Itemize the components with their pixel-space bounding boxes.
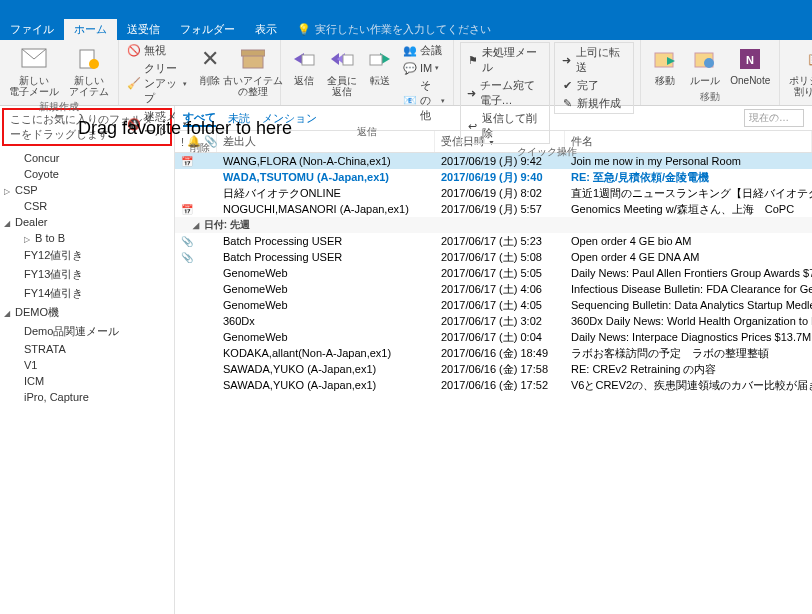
folder-item[interactable]: FY12値引き xyxy=(0,246,174,265)
meeting-button[interactable]: 👥会議 xyxy=(401,42,447,59)
new-item-button[interactable]: 新しい アイテム xyxy=(66,42,112,99)
message-row[interactable]: 📅NOGUCHI,MASANORI (A-Japan,ex1)2017/06/1… xyxy=(175,201,812,217)
folder-item[interactable]: Demo品関連メール xyxy=(0,322,174,341)
folder-item[interactable]: ◢ Dealer xyxy=(0,214,174,230)
new-item-icon xyxy=(74,44,104,74)
expand-icon[interactable]: ◢ xyxy=(4,219,12,228)
quick-step-3[interactable]: ↩返信して削除 xyxy=(464,110,546,142)
ignore-button[interactable]: 🚫無視 xyxy=(125,42,189,59)
folder-item[interactable]: V1 xyxy=(0,357,174,373)
folder-tree: ConcurCoyote▷ CSPCSR◢ Dealer▷ B to BFY12… xyxy=(0,148,174,407)
message-row[interactable]: KODAKA,allant(Non-A-Japan,ex1)2017/06/16… xyxy=(175,345,812,361)
quick-step-1[interactable]: ⚑未処理メール xyxy=(464,44,546,76)
tell-me[interactable]: 💡 実行したい作業を入力してください xyxy=(287,19,501,40)
message-row[interactable]: GenomeWeb2017/06/17 (土) 4:06Infectious D… xyxy=(175,281,812,297)
from-cell: GenomeWeb xyxy=(217,331,435,343)
message-row[interactable]: 📎Batch Processing USER2017/06/17 (土) 5:0… xyxy=(175,249,812,265)
folder-item[interactable]: Coyote xyxy=(0,166,174,182)
reply-label: 返信 xyxy=(294,75,314,86)
reply-delete-icon: ↩ xyxy=(466,119,479,133)
folder-item[interactable]: ◢ DEMO機 xyxy=(0,303,174,322)
folder-item[interactable]: STRATA xyxy=(0,341,174,357)
subject-cell: Daily News: Paul Allen Frontiers Group A… xyxy=(565,267,812,279)
qs4-label: 上司に転送 xyxy=(576,45,628,75)
rules-button[interactable]: ルール xyxy=(687,42,723,88)
from-cell: GenomeWeb xyxy=(217,267,435,279)
folder-item[interactable]: ICM xyxy=(0,373,174,389)
folder-item[interactable]: FY13値引き xyxy=(0,265,174,284)
group-move-label: 移動 xyxy=(647,89,773,105)
folder-item[interactable]: ▷ CSP xyxy=(0,182,174,198)
subject-cell: Infectious Disease Bulletin: FDA Clearan… xyxy=(565,283,812,295)
move-button[interactable]: 移動 xyxy=(647,42,683,88)
folder-item[interactable]: ▷ B to B xyxy=(0,230,174,246)
message-row[interactable]: 📎Batch Processing USER2017/06/17 (土) 5:2… xyxy=(175,233,812,249)
message-row[interactable]: SAWADA,YUKO (A-Japan,ex1)2017/06/16 (金) … xyxy=(175,377,812,393)
from-cell: 360Dx xyxy=(217,315,435,327)
message-row[interactable]: 360Dx2017/06/17 (土) 3:02360Dx Daily News… xyxy=(175,313,812,329)
quick-step-5[interactable]: ✔完了 xyxy=(558,77,630,94)
message-row[interactable]: GenomeWeb2017/06/17 (土) 4:05Sequencing B… xyxy=(175,297,812,313)
from-cell: KODAKA,allant(Non-A-Japan,ex1) xyxy=(217,347,435,359)
message-row[interactable]: SAWADA,YUKO (A-Japan,ex1)2017/06/16 (金) … xyxy=(175,361,812,377)
replyall-label: 全員に 返信 xyxy=(327,75,357,97)
subject-cell: Daily News: Interpace Diagnostics Prices… xyxy=(565,331,812,343)
new-mail-button[interactable]: 新しい 電子メール xyxy=(6,42,62,99)
delete-icon: ✕ xyxy=(195,44,225,74)
group-delete-label: 削除 xyxy=(125,140,274,156)
folder-name: iPro, Capture xyxy=(24,391,89,403)
quick-step-2[interactable]: ➜チーム宛て電子… xyxy=(464,77,546,109)
cleanup-button[interactable]: 🧹クリーンアップ▾ xyxy=(125,60,189,107)
reply-button[interactable]: 返信 xyxy=(287,42,321,88)
message-row[interactable]: 日経バイオテクONLINE2017/06/19 (月) 8:02直近1週間のニュ… xyxy=(175,185,812,201)
junk-button[interactable]: 🚯迷惑メール▾ xyxy=(125,108,189,140)
quick-step-6[interactable]: ✎新規作成 xyxy=(558,95,630,112)
team-icon: ➜ xyxy=(466,86,476,100)
subject-cell: Sequencing Bulletin: Data Analytics Star… xyxy=(565,299,812,311)
tab-view[interactable]: 表示 xyxy=(245,19,287,40)
qs1-label: 未処理メール xyxy=(482,45,544,75)
message-row[interactable]: GenomeWeb2017/06/17 (土) 0:04Daily News: … xyxy=(175,329,812,345)
date-cell: 2017/06/17 (土) 3:02 xyxy=(435,314,565,329)
replyall-button[interactable]: 全員に 返信 xyxy=(325,42,359,99)
policy-icon: 📋 xyxy=(799,44,812,74)
archive-button[interactable]: 古いアイテム の整理 xyxy=(231,42,274,99)
body: ここにお気に入りのフォルダーをドラッグします ‹ ConcurCoyote▷ C… xyxy=(0,106,812,614)
subject-cell: Open order 4 GE DNA AM xyxy=(565,251,812,263)
archive-icon xyxy=(238,44,268,74)
create-new-icon: ✎ xyxy=(560,97,574,111)
tab-sendrecv[interactable]: 送受信 xyxy=(117,19,170,40)
subject-cell: 直近1週間のニュースランキング【日経バイオテクONLINE Vol.2705】 xyxy=(565,186,812,201)
im-button[interactable]: 💬IM▾ xyxy=(401,60,447,76)
message-row[interactable]: GenomeWeb2017/06/17 (土) 5:05Daily News: … xyxy=(175,265,812,281)
more-icon: 📧 xyxy=(403,94,417,108)
ribbon-tabs: ファイル ホーム 送受信 フォルダー 表示 💡 実行したい作業を入力してください xyxy=(0,20,812,40)
tab-home[interactable]: ホーム xyxy=(64,19,117,40)
tab-file[interactable]: ファイル xyxy=(0,19,64,40)
from-cell: GenomeWeb xyxy=(217,283,435,295)
expand-icon[interactable]: ▷ xyxy=(4,187,12,196)
date-cell: 2017/06/19 (月) 8:02 xyxy=(435,186,565,201)
assign-policy-button[interactable]: 📋ポリシーの 割り当て xyxy=(786,42,812,99)
folder-name: Coyote xyxy=(24,168,59,180)
folder-pane: ここにお気に入りのフォルダーをドラッグします ‹ ConcurCoyote▷ C… xyxy=(0,106,175,614)
move-label: 移動 xyxy=(655,75,675,86)
folder-item[interactable]: FY14値引き xyxy=(0,284,174,303)
group-tags-label: タグ xyxy=(786,99,812,115)
folder-name: Dealer xyxy=(15,216,47,228)
quick-step-4[interactable]: ➜上司に転送 xyxy=(558,44,630,76)
date-cell: 2017/06/17 (土) 4:05 xyxy=(435,298,565,313)
date-group-header[interactable]: ◢ 日付: 先週 xyxy=(175,217,812,233)
from-cell: Batch Processing USER xyxy=(217,251,435,263)
forward-button[interactable]: 転送 xyxy=(363,42,397,88)
more-button[interactable]: 📧その他▾ xyxy=(401,77,447,124)
folder-name: Concur xyxy=(24,152,59,164)
onenote-button[interactable]: NOneNote xyxy=(727,42,773,88)
expand-icon[interactable]: ◢ xyxy=(4,309,12,318)
folder-item[interactable]: CSR xyxy=(0,198,174,214)
message-row[interactable]: WADA,TSUTOMU (A-Japan,ex1)2017/06/19 (月)… xyxy=(175,169,812,185)
folder-item[interactable]: iPro, Capture xyxy=(0,389,174,405)
tab-folder[interactable]: フォルダー xyxy=(170,19,245,40)
expand-icon[interactable]: ▷ xyxy=(24,235,32,244)
reply-icon xyxy=(289,44,319,74)
